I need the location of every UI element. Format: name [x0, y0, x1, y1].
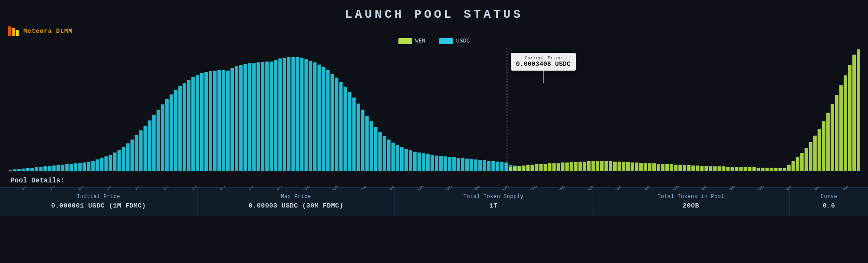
svg-rect-178 — [739, 167, 743, 171]
svg-rect-109 — [465, 159, 469, 171]
svg-rect-97 — [413, 152, 417, 171]
svg-rect-31 — [126, 143, 130, 171]
svg-rect-167 — [691, 166, 695, 171]
svg-rect-110 — [470, 159, 473, 171]
svg-rect-137 — [566, 162, 569, 171]
svg-rect-172 — [713, 166, 717, 171]
svg-rect-79 — [335, 78, 339, 171]
svg-rect-40 — [165, 99, 169, 171]
svg-rect-124 — [509, 167, 512, 171]
token-supply-value: 1T — [399, 202, 588, 210]
svg-rect-192 — [800, 153, 804, 171]
svg-rect-66 — [278, 58, 282, 171]
svg-rect-28 — [113, 153, 116, 171]
svg-rect-201 — [839, 85, 843, 171]
svg-rect-98 — [418, 153, 421, 171]
svg-rect-104 — [444, 156, 447, 171]
svg-rect-189 — [787, 165, 791, 171]
svg-rect-56 — [235, 66, 238, 171]
svg-rect-175 — [726, 167, 730, 171]
svg-rect-9 — [30, 168, 34, 171]
svg-rect-182 — [757, 168, 760, 171]
svg-rect-155 — [639, 163, 643, 171]
svg-rect-89 — [378, 132, 382, 171]
svg-rect-69 — [291, 57, 295, 171]
svg-rect-29 — [118, 150, 121, 171]
svg-rect-177 — [735, 167, 738, 171]
svg-rect-47 — [196, 75, 199, 171]
svg-rect-153 — [631, 162, 634, 171]
svg-rect-62 — [261, 62, 264, 171]
svg-rect-174 — [722, 166, 725, 171]
svg-rect-73 — [309, 61, 312, 171]
svg-rect-11 — [39, 167, 43, 171]
svg-rect-32 — [131, 140, 134, 171]
svg-rect-26 — [104, 156, 108, 171]
svg-rect-180 — [748, 167, 751, 171]
x-label: 0.001616 — [835, 186, 858, 190]
svg-rect-163 — [674, 165, 677, 171]
svg-rect-27 — [108, 155, 112, 171]
svg-rect-44 — [183, 83, 186, 171]
svg-rect-166 — [687, 165, 690, 171]
svg-rect-169 — [700, 166, 704, 171]
svg-rect-34 — [139, 130, 143, 171]
svg-rect-106 — [452, 157, 456, 171]
svg-rect-7 — [22, 169, 25, 171]
tooltip-label: Current Price — [516, 55, 571, 61]
pool-detail-curve: Curve 0.6 — [790, 188, 868, 216]
svg-rect-161 — [665, 164, 669, 171]
svg-rect-83 — [352, 97, 356, 171]
svg-rect-76 — [322, 67, 325, 171]
svg-rect-4 — [9, 170, 12, 171]
svg-rect-160 — [661, 164, 664, 171]
svg-rect-130 — [535, 164, 538, 171]
svg-rect-135 — [557, 163, 560, 171]
svg-rect-87 — [370, 121, 373, 171]
x-label: 0.0006572 — [665, 186, 688, 190]
svg-rect-152 — [626, 162, 630, 171]
svg-rect-39 — [161, 104, 164, 171]
svg-rect-99 — [422, 153, 425, 171]
svg-rect-100 — [426, 154, 430, 171]
x-label: 0.0·615 — [183, 186, 206, 190]
svg-rect-171 — [709, 166, 712, 171]
svg-rect-203 — [848, 65, 852, 171]
meteora-logo: Meteora DLMM — [8, 26, 72, 36]
svg-rect-165 — [683, 165, 686, 171]
svg-rect-15 — [56, 165, 60, 171]
svg-rect-19 — [74, 163, 77, 171]
tooltip-value: 0.0003408 USDC — [516, 61, 571, 68]
svg-rect-41 — [170, 94, 173, 171]
x-label: 0.0003275 — [523, 186, 546, 190]
svg-rect-193 — [805, 148, 808, 171]
svg-rect-90 — [383, 136, 386, 171]
svg-rect-33 — [135, 135, 138, 171]
svg-rect-81 — [344, 87, 347, 171]
svg-rect-52 — [217, 70, 221, 171]
svg-rect-150 — [618, 162, 621, 171]
svg-rect-13 — [48, 166, 51, 171]
svg-rect-58 — [243, 64, 247, 171]
x-label: 0.001519 — [807, 186, 830, 190]
svg-rect-194 — [809, 142, 812, 171]
x-label: 0.0·267 — [13, 186, 36, 190]
svg-rect-36 — [148, 120, 151, 171]
svg-rect-191 — [796, 157, 799, 171]
svg-rect-8 — [26, 168, 30, 171]
svg-rect-24 — [95, 159, 99, 171]
svg-rect-159 — [657, 164, 660, 171]
svg-rect-196 — [818, 129, 821, 171]
x-label: 0.0004327 — [580, 186, 603, 190]
svg-rect-139 — [574, 162, 578, 171]
svg-rect-107 — [457, 158, 460, 171]
chart-container: Current Price 0.0003408 USDC — [8, 48, 860, 173]
svg-rect-188 — [783, 168, 786, 171]
svg-rect-205 — [857, 49, 860, 171]
svg-rect-12 — [43, 166, 47, 171]
legend-wen: WEN — [398, 38, 425, 44]
svg-rect-54 — [226, 71, 230, 171]
svg-rect-184 — [766, 168, 769, 171]
svg-rect-198 — [826, 113, 830, 171]
usdc-label: USDC — [456, 38, 470, 44]
